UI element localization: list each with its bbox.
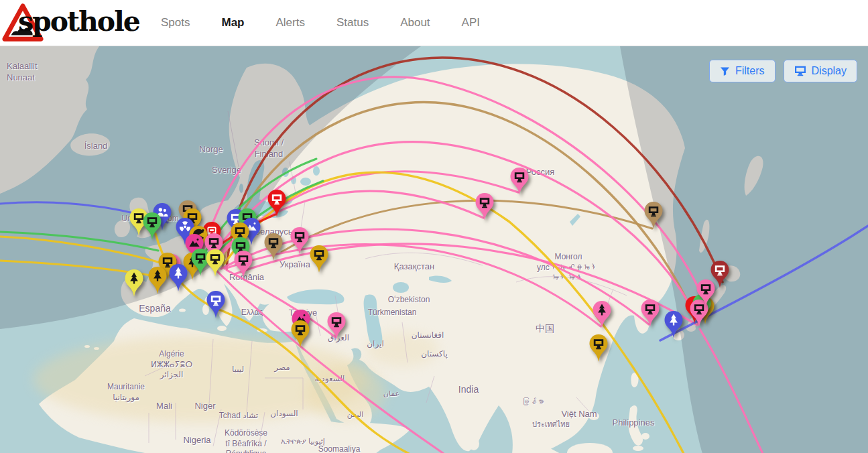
nav-item-api[interactable]: API [462,16,480,29]
nav-item-spots[interactable]: Spots [161,16,190,29]
map-marker-monitor[interactable] [204,248,227,278]
markers-layer [0,46,868,453]
filters-button-label: Filters [735,65,765,77]
map-marker-monitor[interactable] [694,278,717,308]
logo-text: spothole [18,5,139,38]
map-marker-tree[interactable] [167,263,190,293]
display-monitor-icon [794,66,806,76]
display-button[interactable]: Display [784,60,857,82]
map-container[interactable]: KalaallitNunaatÍslandNorgeSuomi /Finland… [0,46,868,453]
filter-funnel-icon [720,66,730,76]
top-navbar: spothole SpotsMapAlertsStatusAboutAPI [0,0,868,46]
display-button-label: Display [812,65,847,77]
filters-button[interactable]: Filters [709,60,776,82]
nav-item-alerts[interactable]: Alerts [275,16,304,29]
map-marker-monitor[interactable] [639,298,662,328]
map-marker-monitor[interactable] [473,192,496,222]
map-marker-monitor[interactable] [232,249,255,279]
map-marker-tree[interactable] [146,265,169,296]
map-marker-monitor[interactable] [642,200,665,231]
map-marker-monitor[interactable] [141,211,164,241]
main-nav: SpotsMapAlertsStatusAboutAPI [161,16,480,29]
map-marker-monitor[interactable] [508,166,531,196]
map-marker-monitor[interactable] [204,289,227,320]
logo[interactable]: spothole [0,0,151,46]
map-marker-monitor[interactable] [308,244,330,274]
map-controls: Filters Display [709,60,857,82]
app-window: spothole SpotsMapAlertsStatusAboutAPI [0,0,868,453]
nav-item-map[interactable]: Map [221,16,244,29]
map-marker-monitor[interactable] [262,232,285,262]
map-marker-tree[interactable] [591,300,613,330]
map-marker-monitor[interactable] [325,311,348,341]
map-marker-monitor[interactable] [289,319,312,349]
map-marker-monitor[interactable] [265,188,288,218]
map-marker-tree[interactable] [662,310,685,340]
map-marker-tree[interactable] [123,268,145,298]
nav-item-status[interactable]: Status [336,16,369,29]
map-marker-monitor[interactable] [587,333,610,363]
nav-item-about[interactable]: About [400,16,430,29]
